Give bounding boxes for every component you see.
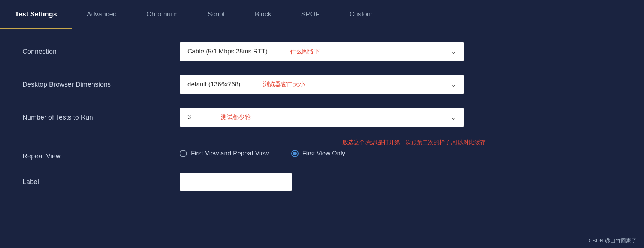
dimensions-row: Desktop Browser Dimensions default (1366… — [22, 73, 622, 96]
num-tests-value-text: 3 — [187, 114, 191, 121]
dimensions-chevron-icon: ⌄ — [451, 80, 456, 89]
connection-select[interactable]: Cable (5/1 Mbps 28ms RTT) 什么网络下 ⌄ — [180, 42, 464, 61]
dimensions-annotation: 浏览器窗口大小 — [263, 81, 305, 89]
dimensions-select[interactable]: default (1366x768) 浏览器窗口大小 ⌄ — [180, 75, 464, 94]
radio-label-first-only: First View Only — [302, 150, 345, 157]
tab-chromium[interactable]: Chromium — [132, 0, 193, 29]
repeat-view-row: Repeat View 一般选这个,意思是打开第一次跟第二次的样子,可以对比缓存… — [22, 139, 622, 160]
connection-row: Connection Cable (5/1 Mbps 28ms RTT) 什么网… — [22, 40, 622, 63]
repeat-view-label: Repeat View — [22, 139, 180, 160]
num-tests-annotation: 测试都少轮 — [221, 114, 251, 121]
connection-control: Cable (5/1 Mbps 28ms RTT) 什么网络下 ⌄ — [180, 42, 464, 61]
tab-advanced[interactable]: Advanced — [72, 0, 132, 29]
dimensions-value-text: default (1366x768) — [187, 81, 241, 88]
connection-value-text: Cable (5/1 Mbps 28ms RTT) — [187, 48, 268, 55]
main-content: Connection Cable (5/1 Mbps 28ms RTT) 什么网… — [0, 29, 644, 215]
tab-navigation: Test Settings Advanced Chromium Script B… — [0, 0, 644, 29]
repeat-view-right: 一般选这个,意思是打开第一次跟第二次的样子,可以对比缓存 First View … — [180, 139, 622, 157]
dimensions-label: Desktop Browser Dimensions — [22, 81, 180, 89]
connection-label: Connection — [22, 48, 180, 56]
num-tests-select[interactable]: 3 测试都少轮 ⌄ — [180, 108, 464, 127]
connection-chevron-icon: ⌄ — [451, 47, 456, 56]
radio-label-first-and-repeat: First View and Repeat View — [191, 150, 269, 157]
connection-annotation: 什么网络下 — [290, 48, 320, 56]
radio-circle-first-only — [291, 150, 299, 157]
watermark: CSDN @山竹回家了 — [589, 238, 637, 244]
connection-select-value: Cable (5/1 Mbps 28ms RTT) 什么网络下 — [187, 48, 320, 56]
dimensions-control: default (1366x768) 浏览器窗口大小 ⌄ — [180, 75, 464, 94]
tab-spof[interactable]: SPOF — [286, 0, 335, 29]
dimensions-select-value: default (1366x768) 浏览器窗口大小 — [187, 81, 305, 89]
num-tests-chevron-icon: ⌄ — [451, 113, 456, 121]
tab-script[interactable]: Script — [193, 0, 240, 29]
label-row: Label — [22, 171, 622, 193]
repeat-view-options: First View and Repeat View First View On… — [180, 150, 622, 157]
radio-first-and-repeat[interactable]: First View and Repeat View — [180, 150, 269, 157]
tab-block[interactable]: Block — [240, 0, 286, 29]
tab-test-settings[interactable]: Test Settings — [0, 0, 72, 29]
label-control — [180, 173, 464, 191]
radio-circle-first-and-repeat — [180, 150, 187, 157]
tab-custom[interactable]: Custom — [335, 0, 388, 29]
num-tests-select-value: 3 测试都少轮 — [187, 114, 251, 121]
radio-first-only[interactable]: First View Only — [291, 150, 345, 157]
num-tests-control: 3 测试都少轮 ⌄ — [180, 108, 464, 127]
repeat-view-annotation: 一般选这个,意思是打开第一次跟第二次的样子,可以对比缓存 — [337, 139, 622, 146]
num-tests-row: Number of Tests to Run 3 测试都少轮 ⌄ — [22, 106, 622, 128]
num-tests-label: Number of Tests to Run — [22, 114, 180, 121]
label-field-label: Label — [22, 178, 180, 186]
label-input[interactable] — [180, 173, 292, 191]
